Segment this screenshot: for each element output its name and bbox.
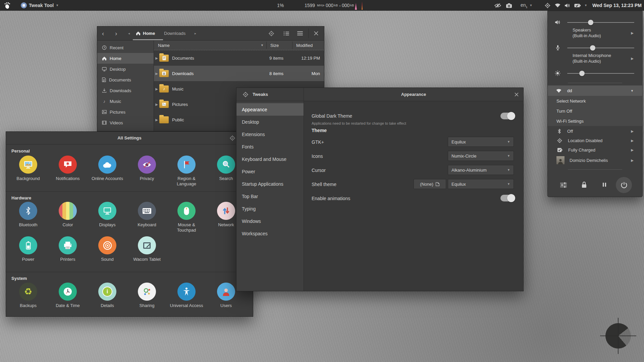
brightness-slider-knob[interactable] — [579, 71, 585, 76]
volume-status-icon[interactable] — [564, 0, 571, 11]
bluetooth-status-row[interactable]: Off ▶ — [548, 126, 642, 136]
cpu-freq-indicator[interactable]: 1599 MHz — [305, 0, 324, 11]
settings-item-privacy[interactable]: Privacy — [129, 156, 165, 181]
location-entry-button[interactable] — [229, 135, 235, 141]
battery-status-icon[interactable] — [574, 0, 581, 11]
file-row-downloads[interactable]: ▶ Downloads 8 items Mon — [154, 66, 324, 81]
sidebar-item-videos[interactable]: Videos — [97, 117, 154, 128]
file-row-documents[interactable]: ▶ Documents 9 items 12:19 PM — [154, 50, 324, 66]
pause-button[interactable] — [602, 182, 606, 187]
settings-item-backups[interactable]: ♻ Backups — [10, 283, 46, 308]
path-scroll-left-icon[interactable]: ◂ — [128, 32, 130, 35]
icon-theme-dropdown[interactable]: Numix-Circle▼ — [448, 151, 514, 161]
cursor-theme-dropdown[interactable]: Alkano-Aluminium▼ — [448, 165, 514, 175]
chevron-right-icon[interactable]: ▶ — [631, 31, 634, 35]
tweaks-item-top-bar[interactable]: Top Bar — [236, 190, 304, 202]
breadcrumb-downloads[interactable]: Downloads — [164, 31, 185, 36]
expander-icon[interactable]: ▶ — [154, 56, 159, 60]
settings-item-printers[interactable]: Printers — [50, 236, 86, 262]
tweaks-item-windows[interactable]: Windows — [236, 215, 304, 227]
lock-button[interactable] — [581, 181, 587, 188]
tweaks-item-extensions[interactable]: Extensions — [236, 128, 304, 140]
gnome-logo-icon[interactable] — [4, 0, 10, 11]
tweaks-item-power[interactable]: Power — [236, 165, 304, 178]
close-window-button[interactable] — [314, 31, 318, 36]
path-scroll-right-icon[interactable]: ▸ — [195, 32, 196, 35]
menu-item-select-network[interactable]: Select Network — [548, 96, 642, 106]
tweaks-item-desktop[interactable]: Desktop — [236, 116, 304, 128]
expander-icon[interactable]: ▶ — [154, 118, 159, 122]
tweaks-item-keyboard-mouse[interactable]: Keyboard and Mouse — [236, 153, 304, 165]
breadcrumb-home[interactable]: Home — [136, 31, 155, 36]
sidebar-item-pictures[interactable]: Pictures — [97, 107, 154, 117]
forward-button[interactable]: › — [115, 30, 117, 37]
volume-slider-knob[interactable] — [588, 20, 593, 25]
location-status-icon[interactable] — [545, 0, 550, 11]
location-entry-button[interactable] — [243, 92, 249, 98]
system-menu-toggle[interactable]: ▼ — [584, 0, 587, 11]
column-divider[interactable] — [266, 42, 267, 49]
chevron-right-icon[interactable]: ▶ — [631, 57, 634, 60]
microphone-slider-knob[interactable] — [590, 45, 595, 51]
wifi-status-icon[interactable] — [554, 0, 561, 11]
column-divider[interactable] — [292, 42, 292, 49]
back-button[interactable]: ‹ — [102, 30, 104, 37]
sidebar-item-desktop[interactable]: Desktop — [97, 64, 154, 74]
enable-animations-toggle[interactable] — [500, 195, 515, 201]
eye-slash-indicator-icon[interactable] — [494, 0, 501, 11]
location-status-row[interactable]: Location Disabled ▶ — [548, 136, 642, 145]
screenshot-camera-icon[interactable] — [506, 0, 512, 11]
output-device[interactable]: Speakers (Built-in Audio) — [573, 27, 601, 39]
settings-item-date-time[interactable]: Date & Time — [50, 283, 86, 308]
settings-item-online-accounts[interactable]: Online Accounts — [89, 156, 125, 181]
tweaks-item-fonts[interactable]: Fonts — [236, 140, 304, 153]
settings-item-sound[interactable]: Sound — [89, 236, 125, 262]
sidebar-item-downloads[interactable]: Downloads — [97, 85, 154, 96]
column-header-modified[interactable]: Modified — [296, 43, 313, 48]
column-header-size[interactable]: Size — [270, 43, 279, 48]
shell-theme-dropdown[interactable]: Equilux▼ — [448, 179, 514, 189]
settings-item-wacom-tablet[interactable]: Wacom Tablet — [129, 236, 165, 262]
net-down-indicator[interactable]: ▼ 000 kB — [323, 0, 338, 11]
settings-item-region-language[interactable]: Region & Language — [168, 156, 205, 187]
battery-status-row[interactable]: Fully Charged ▶ — [548, 145, 642, 155]
settings-item-bluetooth[interactable]: Bluetooth — [10, 202, 46, 228]
tweaks-item-startup-applications[interactable]: Startup Applications — [236, 178, 304, 190]
sidebar-item-music[interactable]: ♪ Music — [97, 96, 154, 107]
column-header-name[interactable]: Name — [154, 43, 170, 48]
expander-icon[interactable]: ▶ — [154, 103, 159, 106]
expander-icon[interactable]: ▶ — [154, 87, 159, 91]
menu-button[interactable] — [297, 31, 303, 36]
tweaks-item-typing[interactable]: Typing — [236, 202, 304, 215]
app-menu[interactable]: Tweak Tool ▼ — [21, 0, 59, 11]
gtk-theme-dropdown[interactable]: Equilux▼ — [448, 137, 514, 147]
system-monitor-graph[interactable] — [352, 0, 366, 11]
settings-item-displays[interactable]: Displays — [89, 202, 125, 228]
sort-caret-icon[interactable]: ▼ — [261, 44, 264, 47]
location-entry-button[interactable] — [268, 31, 274, 37]
user-account-row[interactable]: Domizio Demichelis ▶ — [548, 155, 642, 166]
settings-item-power[interactable]: Power — [10, 236, 46, 262]
sidebar-item-documents[interactable]: Documents — [97, 74, 154, 85]
clock[interactable]: Wed Sep 13, 12:23 PM — [592, 0, 642, 11]
settings-item-universal-access[interactable]: Universal Access — [168, 283, 205, 308]
settings-item-color[interactable]: Color — [50, 202, 86, 228]
power-button[interactable] — [616, 177, 632, 193]
sidebar-item-recent[interactable]: Recent — [97, 42, 154, 53]
list-view-button[interactable] — [283, 31, 289, 36]
brightness-slider[interactable] — [567, 73, 634, 74]
settings-item-sharing[interactable]: Sharing — [129, 283, 165, 308]
cpu-load-indicator[interactable]: 1% — [277, 0, 284, 11]
close-window-button[interactable] — [515, 93, 519, 97]
expander-icon[interactable]: ▶ — [154, 72, 159, 75]
microphone-slider[interactable] — [567, 48, 634, 48]
menu-item-wifi-settings[interactable]: Wi-Fi Settings — [548, 116, 642, 126]
tweaks-item-workspaces[interactable]: Workspaces — [236, 227, 304, 240]
settings-item-keyboard[interactable]: Keyboard — [129, 202, 165, 228]
global-dark-theme-toggle[interactable] — [500, 113, 515, 119]
tweaks-item-appearance[interactable]: Appearance — [236, 103, 304, 116]
settings-button[interactable] — [560, 182, 567, 188]
settings-item-details[interactable]: i Details — [89, 283, 125, 308]
shell-theme-file-button[interactable]: (None) — [414, 179, 446, 189]
settings-item-background[interactable]: Background — [10, 156, 46, 181]
